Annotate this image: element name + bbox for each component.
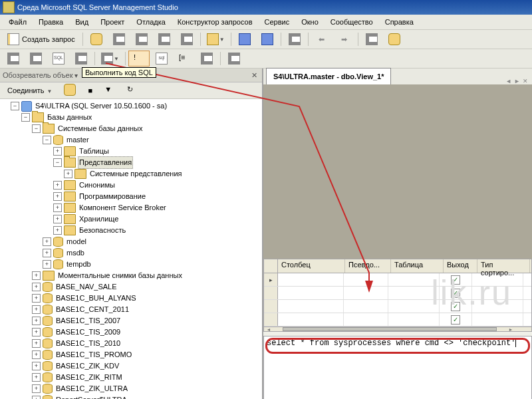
database-node[interactable]: BASE1C_ZIK_RITM: [55, 372, 124, 383]
sql-text[interactable]: select * from sysprocesses where cmd <> …: [267, 338, 515, 348]
expand-toggle[interactable]: −: [21, 113, 30, 122]
filter-button[interactable]: ▼: [100, 83, 120, 98]
database-node[interactable]: BASE1C_BUH_ALYANS: [55, 293, 138, 304]
server-node[interactable]: S4\ULTRA (SQL Server 10.50.1600 - sa): [34, 100, 168, 112]
database-node[interactable]: BASE1C_ZIK_ULTRA: [55, 383, 129, 394]
expand-toggle[interactable]: +: [53, 226, 62, 235]
new-query-button[interactable]: Создать запрос: [3, 31, 80, 47]
database-node[interactable]: BASE1C_CENT_2011: [55, 304, 130, 315]
xmla-query-button[interactable]: [176, 31, 198, 47]
add-table-button[interactable]: [196, 51, 217, 66]
refresh-button[interactable]: ↻: [122, 83, 142, 98]
security-node[interactable]: Безопасность: [78, 225, 127, 236]
databases-node[interactable]: Базы данных: [46, 112, 93, 123]
db-engine-query-button[interactable]: [86, 31, 107, 47]
activity-monitor-button[interactable]: [284, 31, 305, 47]
expand-toggle[interactable]: +: [53, 215, 62, 223]
menu-view[interactable]: Вид: [69, 16, 94, 28]
stop-button[interactable]: ■: [83, 84, 97, 96]
add-groupby-button[interactable]: [≡: [174, 51, 195, 66]
sysviews-node[interactable]: Системные представления: [88, 168, 184, 180]
dmx-query-button[interactable]: [154, 31, 175, 47]
expand-toggle[interactable]: −: [43, 136, 51, 144]
autohide-button[interactable]: ▾: [72, 72, 80, 79]
tab-scroll-right[interactable]: ►: [513, 78, 521, 84]
row-selector[interactable]: ▸: [264, 273, 278, 286]
servicebroker-node[interactable]: Компонент Service Broker: [78, 202, 168, 213]
show-sql-pane-button[interactable]: SQL: [48, 51, 69, 66]
analysis-query-button[interactable]: [108, 31, 130, 47]
database-node[interactable]: BASE1C_TIS_2007: [55, 315, 122, 327]
sysdb-node[interactable]: Системные базы данных: [57, 123, 144, 134]
expand-toggle[interactable]: +: [32, 339, 41, 348]
expand-toggle[interactable]: −: [53, 158, 62, 167]
tables-node[interactable]: Таблицы: [78, 146, 110, 157]
properties-button[interactable]: [361, 31, 382, 47]
object-explorer-tree[interactable]: −S4\ULTRA (SQL Server 10.50.1600 - sa) −…: [0, 99, 262, 399]
menu-community[interactable]: Сообщество: [325, 16, 379, 28]
database-node[interactable]: BASE_NAV_SALE: [55, 281, 118, 293]
tab-close[interactable]: ✕: [521, 78, 529, 84]
tempdb-node[interactable]: tempdb: [65, 259, 92, 270]
menu-help[interactable]: Справка: [379, 16, 420, 28]
mdx-query-button[interactable]: [131, 31, 152, 47]
expand-toggle[interactable]: +: [32, 305, 41, 314]
show-diagram-pane-button[interactable]: [3, 51, 24, 66]
database-node[interactable]: ReportServer$ULTRA: [55, 394, 128, 399]
menu-edit[interactable]: Правка: [33, 16, 69, 28]
storage-node[interactable]: Хранилище: [78, 213, 120, 225]
menu-file[interactable]: Файл: [3, 16, 33, 28]
add-derived-button[interactable]: [223, 51, 245, 66]
col-header-sort[interactable]: Тип сортиро...: [477, 259, 530, 273]
menu-debug[interactable]: Отладка: [130, 16, 171, 28]
expand-toggle[interactable]: −: [32, 124, 41, 133]
expand-toggle[interactable]: +: [32, 396, 41, 399]
col-header-alias[interactable]: Псевдо...: [345, 259, 391, 273]
nav-fwd-button[interactable]: ➡: [334, 31, 355, 47]
tab-scroll-left[interactable]: ◄: [504, 78, 513, 84]
expand-toggle[interactable]: +: [64, 170, 72, 178]
expand-toggle[interactable]: +: [32, 328, 41, 336]
criteria-hscroll[interactable]: ◄►: [263, 327, 532, 332]
menu-window[interactable]: Окно: [295, 16, 325, 28]
expand-toggle[interactable]: +: [43, 237, 51, 246]
expand-toggle[interactable]: +: [32, 384, 41, 393]
expand-toggle[interactable]: +: [53, 147, 62, 156]
col-header-column[interactable]: Столбец: [278, 259, 345, 273]
menu-project[interactable]: Проект: [94, 16, 130, 28]
expand-toggle[interactable]: +: [32, 271, 41, 280]
expand-toggle[interactable]: +: [32, 317, 41, 325]
expand-toggle[interactable]: +: [43, 260, 51, 269]
expand-toggle[interactable]: +: [53, 181, 62, 190]
connect-button[interactable]: Соединить ▼: [3, 84, 57, 96]
programming-node[interactable]: Программирование: [78, 191, 147, 202]
msdb-node[interactable]: msdb: [65, 247, 86, 259]
expand-toggle[interactable]: +: [32, 350, 41, 359]
sql-pane[interactable]: select * from sysprocesses where cmd <> …: [263, 336, 532, 399]
show-criteria-pane-button[interactable]: [25, 51, 47, 66]
output-checkbox[interactable]: ✓: [451, 315, 460, 325]
menu-tools[interactable]: Сервис: [259, 16, 296, 28]
snapshots-node[interactable]: Моментальные снимки базы данных: [57, 270, 184, 281]
save-all-button[interactable]: [257, 31, 278, 47]
menu-query-designer[interactable]: Конструктор запросов: [172, 16, 259, 28]
registered-servers-button[interactable]: [384, 31, 405, 47]
master-node[interactable]: master: [65, 134, 90, 146]
expand-toggle[interactable]: +: [32, 294, 41, 303]
disconnect-button[interactable]: [59, 82, 80, 99]
diagram-pane[interactable]: [263, 84, 532, 259]
document-tab[interactable]: S4\ULTRA.master - dbo.View_1*: [266, 68, 391, 84]
database-node[interactable]: BASE1C_TIS_PROMO: [55, 349, 133, 360]
expand-toggle[interactable]: −: [11, 102, 19, 110]
nav-back-button[interactable]: ⬅: [311, 31, 332, 47]
col-header-table[interactable]: Таблица: [391, 259, 444, 273]
verify-sql-button[interactable]: sql: [151, 51, 172, 66]
close-panel-button[interactable]: ✕: [249, 71, 259, 80]
save-button[interactable]: [234, 31, 255, 47]
col-header-output[interactable]: Выход: [444, 259, 477, 273]
views-node[interactable]: Представления: [78, 156, 133, 169]
expand-toggle[interactable]: +: [32, 362, 41, 370]
open-button[interactable]: ▼: [203, 31, 228, 47]
synonyms-node[interactable]: Синонимы: [78, 180, 116, 191]
database-node[interactable]: BASE1C_TIS_2009: [55, 327, 122, 338]
